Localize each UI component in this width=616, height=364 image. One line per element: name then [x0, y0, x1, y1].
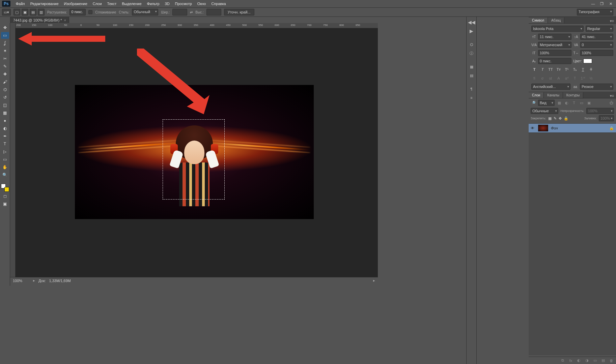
tab-character[interactable]: Символ: [529, 18, 548, 23]
menu-file[interactable]: Файл: [13, 0, 28, 7]
background-color-swatch[interactable]: [4, 187, 9, 192]
fractions-button[interactable]: T: [572, 75, 578, 81]
clone-stamp-tool-icon[interactable]: ⌬: [1, 86, 9, 93]
tracking-input[interactable]: 0: [580, 42, 614, 48]
superscript-button[interactable]: T¹: [564, 67, 570, 72]
menu-3d[interactable]: 3D: [162, 0, 172, 7]
layer-mask-icon[interactable]: ◐: [576, 358, 582, 363]
tool-preset-picker[interactable]: ▭▾: [2, 9, 11, 16]
menu-select[interactable]: Выделение: [119, 0, 144, 7]
lock-position-icon[interactable]: ✎: [554, 116, 557, 121]
expand-panels-icon[interactable]: ◀◀: [468, 19, 475, 26]
styles-panel-icon[interactable]: ▤: [468, 72, 475, 79]
selection-intersect-icon[interactable]: ▥: [38, 9, 45, 16]
paragraph-styles-panel-icon[interactable]: ≡: [468, 94, 475, 101]
font-style-select[interactable]: Regular: [586, 26, 613, 32]
canvas-area[interactable]: [16, 28, 378, 280]
adjustment-layer-icon[interactable]: ◑: [584, 358, 590, 363]
strikethrough-button[interactable]: T: [588, 67, 594, 72]
window-maximize-icon[interactable]: ❐: [598, 1, 605, 6]
vertical-scale-input[interactable]: 100%: [538, 50, 571, 56]
ordinals-button[interactable]: aᵈ: [564, 75, 570, 81]
zoom-popup-icon[interactable]: ▸: [33, 278, 35, 283]
filter-pixel-icon[interactable]: ▦: [557, 100, 562, 105]
tab-channels[interactable]: Каналы: [544, 92, 563, 98]
eyedropper-tool-icon[interactable]: ✎: [1, 63, 9, 70]
italic-button[interactable]: T: [539, 67, 545, 72]
delete-layer-icon[interactable]: 🗑: [609, 358, 614, 363]
antialias-select[interactable]: Резкое: [580, 84, 613, 90]
shape-tool-icon[interactable]: ▭: [1, 156, 9, 163]
swap-wh-icon[interactable]: ⇄: [190, 10, 193, 14]
dodge-tool-icon[interactable]: ◐: [1, 125, 9, 132]
quick-mask-icon[interactable]: ◻: [1, 193, 9, 200]
baseline-shift-input[interactable]: 0 пикс.: [538, 58, 571, 64]
healing-brush-tool-icon[interactable]: ✚: [1, 71, 9, 78]
subscript-button[interactable]: T₁: [572, 67, 578, 72]
half-button[interactable]: ½: [588, 75, 594, 81]
font-family-select[interactable]: Iskoola Pota: [531, 26, 584, 32]
info-panel-icon[interactable]: ⓘ: [468, 50, 475, 57]
feather-input[interactable]: 0 пикс.: [69, 9, 86, 16]
lasso-tool-icon[interactable]: ʆ: [1, 40, 9, 47]
eraser-tool-icon[interactable]: ◫: [1, 102, 9, 109]
refine-edge-button[interactable]: Уточн. край...: [224, 9, 254, 16]
rectangular-selection-marquee[interactable]: [163, 119, 225, 200]
menu-edit[interactable]: Редактирование: [28, 0, 61, 7]
layer-name[interactable]: Фон: [551, 126, 607, 130]
menu-image[interactable]: Изображение: [61, 0, 90, 7]
leading-input[interactable]: 41 пикс.: [580, 34, 614, 40]
window-close-icon[interactable]: ✕: [607, 1, 614, 6]
link-layers-icon[interactable]: ⧉: [560, 358, 565, 363]
menu-layer[interactable]: Слои: [90, 0, 105, 7]
lock-all-icon[interactable]: 🔒: [564, 116, 568, 121]
filter-adjust-icon[interactable]: ◐: [564, 100, 569, 105]
panel-menu-icon[interactable]: ▾≡: [608, 19, 616, 23]
filter-kind-select[interactable]: Вид: [538, 100, 555, 106]
menu-window[interactable]: Окно: [195, 0, 209, 7]
filter-shape-icon[interactable]: ▭: [579, 100, 584, 105]
width-input[interactable]: [172, 9, 187, 16]
antialias-checkbox[interactable]: [88, 10, 92, 14]
filter-type-icon[interactable]: T: [571, 100, 577, 105]
panel-menu-icon[interactable]: ▾≡: [608, 94, 616, 98]
allcaps-button[interactable]: TT: [548, 67, 554, 72]
layer-thumbnail[interactable]: [538, 125, 548, 131]
selection-subtract-icon[interactable]: ▤: [30, 9, 36, 16]
menu-view[interactable]: Просмотр: [172, 0, 195, 7]
filter-search-icon[interactable]: 🔎: [531, 100, 536, 105]
brush-tool-icon[interactable]: 🖌: [1, 79, 9, 85]
path-selection-tool-icon[interactable]: ▷: [1, 148, 9, 155]
window-minimize-icon[interactable]: —: [590, 1, 596, 6]
status-popup-icon[interactable]: ▸: [373, 278, 375, 283]
workspace-select[interactable]: Типография: [577, 9, 613, 16]
screen-mode-icon[interactable]: ▣: [1, 201, 9, 207]
ligature-button[interactable]: fi: [531, 75, 537, 81]
text-color-swatch[interactable]: [583, 59, 592, 63]
layer-row[interactable]: 👁 Фон 🔒: [529, 123, 616, 133]
filter-toggle-icon[interactable]: ⏻: [609, 100, 614, 105]
underline-button[interactable]: T: [580, 67, 586, 72]
document-tab[interactable]: 7443.jpg @ 100% (RGB/8#) * ×: [10, 17, 69, 23]
filter-smart-icon[interactable]: ▣: [586, 100, 592, 105]
blend-mode-select[interactable]: Обычные: [531, 108, 558, 114]
hand-tool-icon[interactable]: ✋: [1, 164, 9, 171]
layer-fx-icon[interactable]: fx: [568, 358, 573, 363]
tab-layers[interactable]: Слои: [529, 92, 544, 98]
blur-tool-icon[interactable]: ●: [1, 117, 9, 124]
zoom-level[interactable]: 100%: [13, 279, 30, 283]
language-select[interactable]: Английский...: [531, 84, 570, 90]
brushes-panel-icon[interactable]: ⌬: [468, 41, 475, 48]
kerning-select[interactable]: Метрический: [538, 42, 571, 48]
tab-paragraph[interactable]: Абзац: [548, 18, 564, 23]
new-layer-icon[interactable]: ▤: [600, 358, 606, 363]
bold-button[interactable]: T: [531, 67, 537, 72]
smallcaps-button[interactable]: Tᴛ: [556, 67, 562, 72]
gradient-tool-icon[interactable]: ▦: [1, 110, 9, 116]
tab-paths[interactable]: Контуры: [563, 92, 583, 98]
titling-alt-button[interactable]: A: [556, 75, 562, 81]
move-tool-icon[interactable]: ✥: [1, 24, 9, 31]
crop-tool-icon[interactable]: ✂: [1, 55, 9, 62]
height-input[interactable]: [206, 9, 221, 16]
lock-move-icon[interactable]: ✥: [559, 116, 562, 121]
